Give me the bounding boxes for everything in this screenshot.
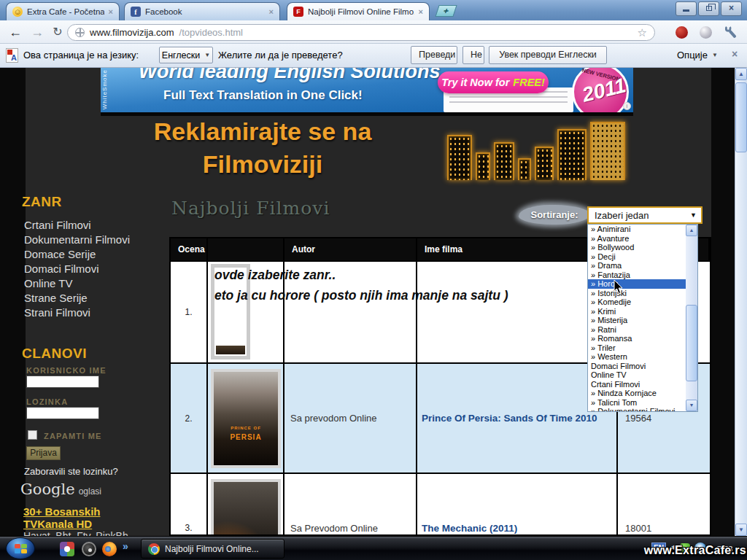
dropdown-item-horor-selected[interactable]: » Horor	[588, 279, 686, 289]
always-translate-button[interactable]: Увек преводи Енглески	[489, 46, 607, 64]
dropdown-item-dokumentarni[interactable]: » Dokumentarni Filmovi	[588, 407, 686, 412]
zanr-menu: Crtani Filmovi Dokumentarni Filmovi Doma…	[24, 219, 130, 321]
dropdown-scrollbar[interactable]: ▲ ▼	[686, 225, 697, 411]
dropdown-item-ratni[interactable]: » Ratni	[588, 325, 686, 335]
google-ads-label: Googleoglasi	[20, 481, 101, 498]
sidebar-item-dokumentarni-filmovi[interactable]: Dokumentarni Filmovi	[24, 233, 130, 248]
login-button[interactable]: Prijava	[26, 446, 61, 460]
start-button[interactable]	[6, 537, 35, 559]
dropdown-item-bollywood[interactable]: » Bollywood	[588, 243, 686, 252]
ad-banner[interactable]: WhiteSmoke World leading English Solutio…	[101, 68, 633, 112]
globe-icon	[75, 28, 85, 37]
tab-close-icon[interactable]: ×	[419, 7, 423, 16]
movie-title-link[interactable]: The Mechanic (2011)	[417, 474, 616, 536]
browser-titlebar: ☺ Extra Cafe - Početna × f Facebook × F …	[0, 0, 747, 20]
scroll-up-icon[interactable]: ▲	[735, 68, 747, 80]
back-button[interactable]: ←	[6, 23, 25, 42]
translate-button[interactable]: Преведи	[411, 46, 457, 64]
bookmark-star-icon[interactable]: ☆	[638, 26, 647, 39]
movie-poster[interactable]: PRINCE OF PERSIA	[211, 369, 281, 468]
dropdown-item-crtani-filmovi[interactable]: Crtani Filmovi	[588, 380, 686, 389]
tab-close-icon[interactable]: ×	[109, 7, 113, 16]
translate-bar-close-icon[interactable]: ×	[732, 48, 738, 60]
picasa-icon[interactable]	[60, 542, 74, 556]
dropdown-item-online-tv[interactable]: Online TV	[588, 370, 686, 380]
rank-cell: 1.	[171, 262, 206, 362]
windows-logo-icon	[15, 544, 27, 553]
dropdown-item-decji[interactable]: » Decji	[588, 252, 686, 262]
sidebar-item-online-tv[interactable]: Online TV	[24, 277, 130, 292]
quick-launch-overflow-icon[interactable]: »	[123, 540, 128, 552]
username-field[interactable]	[26, 376, 99, 388]
table-row: 3. Sa Prevodom Online The Mechanic (2011…	[171, 472, 710, 536]
dropdown-item-domaci-filmovi[interactable]: Domaci Filmovi	[588, 362, 686, 371]
sidebar-item-domaci-filmovi[interactable]: Domaci Filmovi	[24, 262, 130, 277]
dropdown-item-animirani[interactable]: » Animirani	[588, 225, 686, 234]
dropdown-item-misterija[interactable]: » Misterija	[588, 316, 686, 325]
scroll-thumb[interactable]	[735, 82, 747, 152]
dropdown-item-krimi[interactable]: » Krimi	[588, 307, 686, 316]
banner-version-badge: NEW VERSION 2011	[572, 68, 629, 112]
prince-of-persia-poster-art: PRINCE OF PERSIA	[214, 372, 278, 465]
reload-button[interactable]: ↻	[48, 23, 67, 42]
mechanic-poster-art	[214, 482, 278, 536]
translate-prefix-label: Ова страница је на језику:	[23, 50, 139, 61]
sort-select[interactable]: Izaberi jedan ▼	[587, 206, 703, 224]
sidebar-item-strane-serije[interactable]: Strane Serije	[24, 292, 130, 306]
sidebar-item-domace-serije[interactable]: Domace Serije	[24, 248, 130, 262]
mouse-cursor-icon	[614, 280, 624, 298]
media-player-icon[interactable]	[82, 542, 96, 556]
building	[476, 152, 490, 180]
sort-label-smudge: Sortiranje:	[519, 205, 590, 225]
scroll-down-icon[interactable]: ▼	[735, 524, 747, 536]
dropdown-item-istorijski[interactable]: » Istorijski	[588, 289, 686, 298]
sidebar-item-crtani-filmovi[interactable]: Crtani Filmovi	[24, 219, 130, 233]
language-select[interactable]: Енглески ▼	[159, 47, 213, 63]
forgot-password-link[interactable]: Zaboravili ste lozinku?	[24, 466, 118, 477]
tab-facebook[interactable]: f Facebook ×	[124, 2, 280, 20]
tab-close-icon[interactable]: ×	[269, 7, 274, 16]
minimize-button[interactable]	[676, 1, 697, 16]
options-menu[interactable]: Опције ▼	[677, 50, 718, 61]
tab-extra-cafe[interactable]: ☺ Extra Cafe - Početna ×	[6, 2, 120, 20]
password-field[interactable]	[26, 407, 99, 419]
scroll-down-icon[interactable]: ▼	[686, 400, 697, 411]
extension-sphere-icon[interactable]	[700, 26, 712, 39]
dropdown-item-avanture[interactable]: » Avanture	[588, 234, 686, 244]
scroll-up-icon[interactable]: ▲	[686, 225, 697, 236]
dropdown-item-nindza-kornjace[interactable]: » Nindza Kornjace	[588, 389, 686, 398]
forward-button[interactable]: →	[28, 23, 47, 42]
smiley-favicon-icon: ☺	[12, 7, 23, 17]
tab-title: Najbolji Filmovi Online Filmo...	[308, 7, 414, 16]
banner-cta-button[interactable]: Try it Now for FREE!	[438, 71, 549, 93]
extracafe-watermark: www.ExtraCafe.rs	[644, 544, 746, 557]
ad-info-icon[interactable]: i	[623, 102, 631, 110]
sidebar-item-strani-filmovi[interactable]: Strani Filmovi	[24, 306, 130, 321]
dropdown-scroll-thumb[interactable]	[686, 305, 697, 381]
firefox-icon[interactable]	[102, 542, 117, 556]
no-button[interactable]: Не	[462, 46, 484, 64]
dropdown-item-komedije[interactable]: » Komedije	[588, 298, 686, 307]
dropdown-item-western[interactable]: » Western	[588, 352, 686, 362]
building	[557, 129, 587, 180]
tab-najbolji-filmovi[interactable]: F Najbolji Filmovi Online Filmo... ×	[287, 2, 430, 20]
language-value: Енглески	[162, 50, 200, 61]
sidebar-ad-link-1[interactable]: 30+ Bosanskih	[23, 505, 100, 518]
rank-cell: 3.	[171, 474, 206, 536]
new-tab-button[interactable]: +	[435, 5, 457, 17]
dropdown-item-romansa[interactable]: » Romansa	[588, 334, 686, 343]
dropdown-item-drama[interactable]: » Drama	[588, 261, 686, 271]
dropdown-item-talicni-tom[interactable]: » Talicni Tom	[588, 398, 686, 408]
remember-me-checkbox[interactable]	[28, 430, 37, 440]
sidebar-ad-link-2[interactable]: TVKanala HD	[23, 518, 92, 530]
dropdown-item-fantazija[interactable]: » Fantazija	[588, 271, 686, 280]
extension-record-icon[interactable]	[676, 26, 688, 39]
close-button[interactable]: ×	[721, 1, 742, 16]
movie-poster[interactable]	[211, 479, 281, 536]
address-bar[interactable]: www.filmovizija.com/topvideos.html ☆	[67, 24, 655, 41]
taskbar-chrome-task-button[interactable]: Najbolji Filmovi Online...	[141, 539, 285, 559]
restore-button[interactable]	[698, 1, 719, 16]
facebook-favicon-icon: f	[131, 7, 141, 17]
browser-scrollbar[interactable]: ▲ ▼	[735, 68, 747, 536]
dropdown-item-triler[interactable]: » Triler	[588, 343, 686, 353]
